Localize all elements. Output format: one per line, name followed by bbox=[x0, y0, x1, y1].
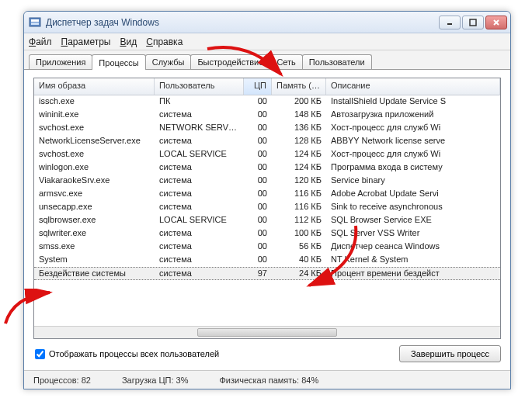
list-body[interactable]: issch.exeПК00200 КБInstallShield Update … bbox=[34, 95, 500, 326]
table-row[interactable]: svchost.exeLOCAL SERVICE00124 КБХост-про… bbox=[34, 148, 500, 161]
cell-user: система bbox=[155, 175, 244, 188]
cell-cpu: 00 bbox=[244, 109, 272, 122]
cell-image: Бездействие системы bbox=[34, 268, 155, 279]
cell-description: Процент времени бездейст bbox=[326, 268, 500, 279]
cell-description: SQL Server VSS Writer bbox=[326, 227, 500, 241]
cell-memory: 116 КБ bbox=[272, 188, 326, 201]
cell-image: sqlwriter.exe bbox=[34, 227, 155, 241]
table-row[interactable]: sqlwriter.exeсистема00100 КБSQL Server V… bbox=[34, 227, 500, 241]
cell-description: Автозагрузка приложений bbox=[326, 109, 500, 122]
cell-memory: 136 КБ bbox=[272, 122, 326, 135]
cell-description: NT Kernel & System bbox=[326, 254, 500, 267]
svg-rect-4 bbox=[470, 19, 476, 26]
table-row[interactable]: wininit.exeсистема00148 КБАвтозагрузка п… bbox=[34, 109, 500, 122]
column-user[interactable]: Пользователь bbox=[155, 78, 244, 95]
horizontal-scrollbar[interactable] bbox=[34, 326, 500, 338]
svg-rect-0 bbox=[30, 18, 40, 26]
tab-processes[interactable]: Процессы bbox=[92, 54, 145, 70]
cell-image: System bbox=[34, 254, 155, 267]
tab-performance[interactable]: Быстродействие bbox=[190, 54, 270, 69]
cell-user: ПК bbox=[155, 95, 244, 109]
maximize-button[interactable] bbox=[462, 16, 484, 29]
window-controls bbox=[439, 16, 507, 29]
show-all-users-label: Отображать процессы всех пользователей bbox=[49, 349, 219, 358]
cell-user: система bbox=[155, 188, 244, 201]
cell-user: система bbox=[155, 135, 244, 148]
tab-applications[interactable]: Приложения bbox=[29, 54, 92, 69]
cell-user: система bbox=[155, 161, 244, 175]
cell-memory: 56 КБ bbox=[272, 241, 326, 254]
table-row[interactable]: Systemсистема0040 КБNT Kernel & System bbox=[34, 254, 500, 267]
cell-user: система bbox=[155, 268, 244, 279]
table-row[interactable]: sqlbrowser.exeLOCAL SERVICE00112 КБSQL B… bbox=[34, 214, 500, 227]
cell-image: ViakaraokeSrv.exe bbox=[34, 175, 155, 188]
cell-cpu: 00 bbox=[244, 148, 272, 161]
tabstrip: Приложения Процессы Службы Быстродействи… bbox=[24, 50, 510, 69]
cell-user: система bbox=[155, 109, 244, 122]
cell-memory: 128 КБ bbox=[272, 135, 326, 148]
cell-cpu: 00 bbox=[244, 175, 272, 188]
tab-services[interactable]: Службы bbox=[145, 54, 192, 69]
cell-cpu: 97 bbox=[244, 268, 272, 279]
cell-image: wininit.exe bbox=[34, 109, 155, 122]
cell-description: ABBYY Network license serve bbox=[326, 135, 500, 148]
app-icon bbox=[29, 16, 41, 29]
cell-memory: 120 КБ bbox=[272, 175, 326, 188]
table-row[interactable]: ViakaraokeSrv.exeсистема00120 КБService … bbox=[34, 175, 500, 188]
column-image[interactable]: Имя образа bbox=[34, 78, 155, 95]
minimize-button[interactable] bbox=[439, 16, 461, 29]
table-row[interactable]: smss.exeсистема0056 КБДиспетчер сеанса W… bbox=[34, 241, 500, 254]
cell-memory: 100 КБ bbox=[272, 227, 326, 241]
cell-description: InstallShield Update Service S bbox=[326, 95, 500, 109]
cell-cpu: 00 bbox=[244, 254, 272, 267]
table-row[interactable]: armsvc.exeсистема00116 КБAdobe Acrobat U… bbox=[34, 188, 500, 201]
column-description[interactable]: Описание bbox=[326, 78, 500, 95]
table-row[interactable]: Бездействие системысистема9724 КБПроцент… bbox=[34, 267, 500, 280]
cell-user: система bbox=[155, 254, 244, 267]
close-button[interactable] bbox=[485, 16, 507, 29]
footer-row: Отображать процессы всех пользователей З… bbox=[33, 339, 501, 365]
end-process-button[interactable]: Завершить процесс bbox=[399, 345, 501, 362]
cell-description: Хост-процесс для служб Wi bbox=[326, 122, 500, 135]
menu-help[interactable]: Справка bbox=[146, 36, 183, 47]
cell-description: Хост-процесс для служб Wi bbox=[326, 148, 500, 161]
list-header: Имя образа Пользователь ЦП Память (ч... … bbox=[34, 78, 500, 95]
cell-description: Sink to receive asynchronous bbox=[326, 201, 500, 214]
scrollbar-thumb[interactable] bbox=[197, 328, 337, 337]
show-all-users-input[interactable] bbox=[35, 349, 45, 359]
cell-image: winlogon.exe bbox=[34, 161, 155, 175]
table-row[interactable]: NetworkLicenseServer.exeсистема00128 КБA… bbox=[34, 135, 500, 148]
cell-image: smss.exe bbox=[34, 241, 155, 254]
cell-cpu: 00 bbox=[244, 122, 272, 135]
table-row[interactable]: winlogon.exeсистема00124 КБПрограмма вхо… bbox=[34, 161, 500, 175]
process-list: Имя образа Пользователь ЦП Память (ч... … bbox=[33, 78, 501, 339]
cell-image: unsecapp.exe bbox=[34, 201, 155, 214]
cell-user: LOCAL SERVICE bbox=[155, 148, 244, 161]
cell-memory: 124 КБ bbox=[272, 148, 326, 161]
svg-rect-2 bbox=[31, 22, 39, 25]
show-all-users-checkbox[interactable]: Отображать процессы всех пользователей bbox=[33, 349, 219, 359]
menu-file[interactable]: Файл bbox=[29, 36, 52, 47]
cell-image: NetworkLicenseServer.exe bbox=[34, 135, 155, 148]
cell-memory: 112 КБ bbox=[272, 214, 326, 227]
table-row[interactable]: issch.exeПК00200 КБInstallShield Update … bbox=[34, 95, 500, 109]
task-manager-window: Диспетчер задач Windows Файл Параметры В… bbox=[23, 11, 511, 389]
tab-network[interactable]: Сеть bbox=[269, 54, 302, 69]
cell-cpu: 00 bbox=[244, 161, 272, 175]
svg-rect-1 bbox=[31, 19, 39, 22]
cell-description: Adobe Acrobat Update Servi bbox=[326, 188, 500, 201]
menu-options[interactable]: Параметры bbox=[61, 36, 111, 47]
statusbar: Процессов: 82 Загрузка ЦП: 3% Физическая… bbox=[24, 370, 510, 389]
column-memory[interactable]: Память (ч... bbox=[272, 78, 326, 95]
titlebar[interactable]: Диспетчер задач Windows bbox=[24, 12, 510, 33]
cell-cpu: 00 bbox=[244, 95, 272, 109]
cell-cpu: 00 bbox=[244, 241, 272, 254]
column-cpu[interactable]: ЦП bbox=[244, 78, 272, 95]
cell-memory: 200 КБ bbox=[272, 95, 326, 109]
menu-view[interactable]: Вид bbox=[120, 36, 137, 47]
table-row[interactable]: svchost.exeNETWORK SERVICE00136 КБХост-п… bbox=[34, 122, 500, 135]
tab-users[interactable]: Пользователи bbox=[302, 54, 372, 69]
cell-cpu: 00 bbox=[244, 201, 272, 214]
table-row[interactable]: unsecapp.exeсистема00116 КБSink to recei… bbox=[34, 201, 500, 214]
status-processes: Процессов: 82 bbox=[33, 376, 91, 385]
